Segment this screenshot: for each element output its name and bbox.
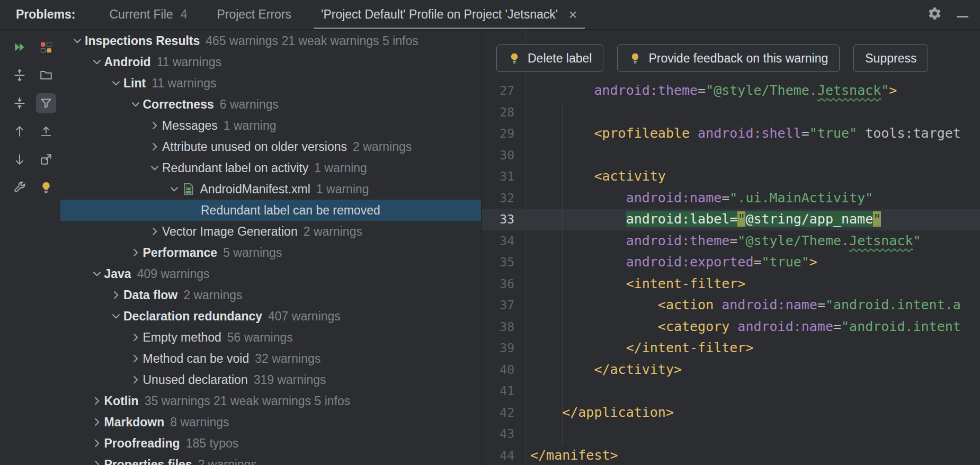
line-number: 43 bbox=[482, 423, 525, 445]
chevron-down-icon[interactable] bbox=[70, 33, 85, 48]
tree-row-lint[interactable]: Lint11 warnings bbox=[60, 73, 481, 94]
group-by-directory-icon[interactable] bbox=[36, 65, 56, 85]
tree-row-label: Performance bbox=[143, 246, 218, 260]
line-number: 42 bbox=[482, 402, 525, 424]
inspection-settings-wrench-icon[interactable] bbox=[10, 177, 30, 198]
tree-row-properties-files[interactable]: Properties files2 warnings bbox=[60, 454, 481, 465]
line-number: 31 bbox=[482, 166, 525, 187]
code-line-34[interactable]: 34 android:theme="@style/Theme.Jetsnack" bbox=[482, 230, 980, 252]
line-number: 38 bbox=[482, 316, 525, 338]
code-line-37[interactable]: 37 <action android:name="android.intent.… bbox=[482, 294, 980, 316]
chevron-right-icon[interactable] bbox=[128, 351, 143, 366]
code-line-38[interactable]: 38 <category android:name="android.inten… bbox=[482, 316, 980, 338]
filter-icon[interactable] bbox=[36, 93, 56, 113]
chevron-right-icon[interactable] bbox=[147, 139, 162, 154]
tab-current-file[interactable]: Current File4 bbox=[94, 0, 202, 29]
line-number: 41 bbox=[482, 380, 525, 402]
tree-row-data-flow[interactable]: Data flow2 warnings bbox=[60, 284, 481, 306]
tool-window-title: Problems: bbox=[16, 7, 75, 22]
chevron-right-icon[interactable] bbox=[147, 118, 162, 133]
code-line-33[interactable]: 33 android:label="@string/app_name" bbox=[482, 209, 980, 230]
tree-row-label: Redundant label can be removed bbox=[201, 203, 380, 218]
code-line-39[interactable]: 39 </intent-filter> bbox=[482, 337, 980, 359]
tab-project-default-profile-on-project-jetsnack[interactable]: 'Project Default' Profile on Project 'Je… bbox=[306, 0, 592, 29]
chevron-down-icon[interactable] bbox=[109, 309, 123, 324]
quick-fix-bulb-icon[interactable] bbox=[36, 177, 56, 198]
delete-label-button[interactable]: Delete label bbox=[496, 44, 603, 72]
chevron-right-icon[interactable] bbox=[147, 224, 162, 239]
code-line-44[interactable]: 44</manifest> bbox=[482, 445, 980, 465]
next-problem-icon[interactable] bbox=[10, 149, 30, 169]
chevron-right-icon[interactable] bbox=[128, 245, 143, 260]
tab-project-errors[interactable]: Project Errors bbox=[202, 0, 306, 29]
code-line-31[interactable]: 31 <activity bbox=[482, 166, 980, 187]
tree-row-label: Markdown bbox=[104, 415, 165, 430]
tree-row-messages[interactable]: Messages1 warning bbox=[60, 115, 481, 136]
tree-row-method-can-be-void[interactable]: Method can be void32 warnings bbox=[60, 348, 481, 369]
tree-row-declaration-redundancy[interactable]: Declaration redundancy407 warnings bbox=[60, 306, 481, 327]
settings-gear-icon[interactable] bbox=[928, 6, 942, 23]
line-number: 40 bbox=[482, 359, 525, 381]
chevron-right-icon[interactable] bbox=[109, 288, 123, 302]
tree-row-unused-declaration[interactable]: Unused declaration319 warnings bbox=[60, 369, 481, 390]
close-tab-icon[interactable]: × bbox=[568, 7, 577, 22]
chevron-down-icon[interactable] bbox=[147, 160, 162, 175]
tree-row-attribute-unused-on-older-versions[interactable]: Attribute unused on older versions2 warn… bbox=[60, 136, 481, 157]
collapse-all-icon[interactable] bbox=[10, 93, 30, 113]
chevron-down-icon[interactable] bbox=[90, 266, 104, 281]
tree-row-label: Inspections Results bbox=[85, 34, 200, 48]
tree-row-proofreading[interactable]: Proofreading185 typos bbox=[60, 433, 481, 454]
chevron-right-icon[interactable] bbox=[128, 372, 143, 387]
tree-row-vector-image-generation[interactable]: Vector Image Generation2 warnings bbox=[60, 221, 481, 242]
tree-row-count: 1 warning bbox=[314, 161, 367, 175]
upload-icon[interactable] bbox=[36, 121, 56, 141]
chevron-down-icon[interactable] bbox=[109, 76, 123, 91]
tree-row-count: 35 warnings 21 weak warnings 5 infos bbox=[145, 394, 351, 408]
chevron-right-icon[interactable] bbox=[90, 457, 104, 465]
chevron-down-icon[interactable] bbox=[167, 182, 182, 196]
code-text: android:theme="@style/Theme.Jetsnack"> bbox=[525, 80, 897, 102]
tree-row-redundant-label-can-be-removed[interactable]: Redundant label can be removed bbox=[60, 200, 481, 221]
suppress-button[interactable]: Suppress bbox=[853, 44, 928, 72]
expand-all-icon[interactable] bbox=[10, 65, 30, 85]
code-line-41[interactable]: 41 bbox=[482, 380, 980, 402]
tree-row-performance[interactable]: Performance5 warnings bbox=[60, 242, 481, 263]
chevron-right-icon[interactable] bbox=[90, 415, 104, 430]
chevron-right-icon[interactable] bbox=[128, 330, 143, 345]
code-line-30[interactable]: 30 bbox=[482, 145, 980, 166]
lightbulb-icon bbox=[508, 52, 521, 65]
chevron-down-icon[interactable] bbox=[90, 55, 104, 69]
hide-tool-window-icon[interactable] bbox=[957, 10, 968, 20]
tree-row-android[interactable]: Android11 warnings bbox=[60, 51, 481, 73]
code-line-42[interactable]: 42 </application> bbox=[482, 402, 980, 424]
code-line-43[interactable]: 43 bbox=[482, 423, 980, 445]
tree-row-correctness[interactable]: Correctness6 warnings bbox=[60, 94, 481, 115]
rerun-inspections-icon[interactable] bbox=[10, 37, 30, 57]
tree-row-java[interactable]: Java409 warnings bbox=[60, 263, 481, 284]
tree-row-inspections-results[interactable]: Inspections Results465 warnings 21 weak … bbox=[60, 30, 481, 51]
export-icon[interactable] bbox=[36, 149, 56, 169]
code-line-35[interactable]: 35 android:exported="true"> bbox=[482, 252, 980, 273]
chevron-down-icon[interactable] bbox=[128, 97, 143, 112]
tree-row-androidmanifest-xml[interactable]: AndroidManifest.xml1 warning bbox=[60, 178, 481, 200]
code-line-36[interactable]: 36 <intent-filter> bbox=[482, 273, 980, 295]
tree-row-kotlin[interactable]: Kotlin35 warnings 21 weak warnings 5 inf… bbox=[60, 390, 481, 412]
tree-row-empty-method[interactable]: Empty method56 warnings bbox=[60, 327, 481, 348]
line-number: 29 bbox=[482, 123, 525, 145]
tree-row-label: Kotlin bbox=[104, 394, 139, 408]
severity-filter-icon[interactable] bbox=[36, 37, 56, 57]
code-line-29[interactable]: 29 <profileable android:shell="true" too… bbox=[482, 123, 980, 145]
tree-row-count: 185 typos bbox=[186, 436, 239, 451]
provide-feedback-on-this-warning-button[interactable]: Provide feedback on this warning bbox=[617, 44, 840, 72]
tree-row-label: Java bbox=[104, 267, 131, 281]
code-line-40[interactable]: 40 </activity> bbox=[482, 359, 980, 381]
code-line-28[interactable]: 28 bbox=[482, 102, 980, 123]
code-line-32[interactable]: 32 android:name=".ui.MainActivity" bbox=[482, 187, 980, 209]
tree-row-markdown[interactable]: Markdown8 warnings bbox=[60, 412, 481, 433]
chevron-right-icon[interactable] bbox=[90, 436, 104, 451]
tree-row-redundant-label-on-activity[interactable]: Redundant label on activity1 warning bbox=[60, 157, 481, 178]
chevron-right-icon[interactable] bbox=[90, 394, 104, 408]
previous-problem-icon[interactable] bbox=[10, 121, 30, 141]
tree-row-count: 32 warnings bbox=[255, 352, 320, 366]
code-line-27[interactable]: 27 android:theme="@style/Theme.Jetsnack"… bbox=[482, 80, 980, 102]
